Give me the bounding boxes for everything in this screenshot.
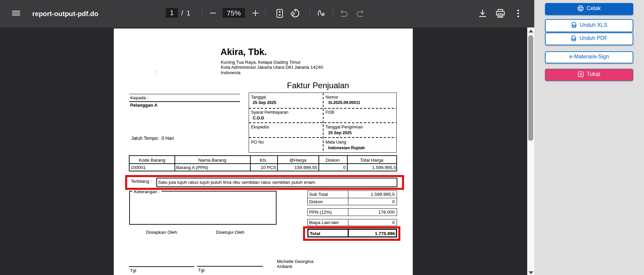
svg-text:XLS: XLS <box>573 25 576 26</box>
svg-text:PDF: PDF <box>572 38 575 40</box>
